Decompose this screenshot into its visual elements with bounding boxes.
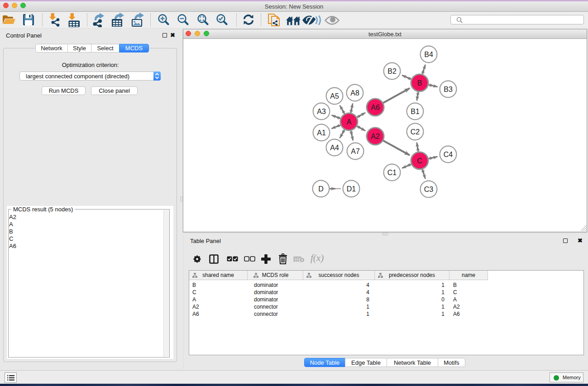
svg-text:B3: B3 bbox=[444, 86, 453, 93]
svg-text:C4: C4 bbox=[444, 151, 453, 158]
svg-text:A7: A7 bbox=[351, 148, 360, 155]
svg-text:A: A bbox=[347, 118, 352, 126]
svg-text:A8: A8 bbox=[350, 89, 359, 97]
svg-text:A6: A6 bbox=[371, 104, 380, 111]
svg-text:C1: C1 bbox=[387, 169, 397, 176]
svg-text:A3: A3 bbox=[317, 108, 326, 115]
svg-text:A4: A4 bbox=[330, 144, 339, 152]
svg-text:B2: B2 bbox=[387, 67, 397, 75]
svg-text:B1: B1 bbox=[411, 108, 420, 115]
svg-text:D1: D1 bbox=[347, 185, 356, 193]
svg-text:A5: A5 bbox=[330, 92, 339, 100]
svg-text:B: B bbox=[417, 79, 422, 87]
svg-text:D: D bbox=[318, 185, 324, 193]
svg-text:C: C bbox=[417, 157, 422, 165]
svg-text:A2: A2 bbox=[371, 133, 380, 140]
svg-text:C3: C3 bbox=[424, 186, 434, 193]
svg-text:A1: A1 bbox=[317, 129, 326, 137]
svg-text:B4: B4 bbox=[424, 51, 433, 58]
svg-text:C2: C2 bbox=[411, 128, 420, 136]
